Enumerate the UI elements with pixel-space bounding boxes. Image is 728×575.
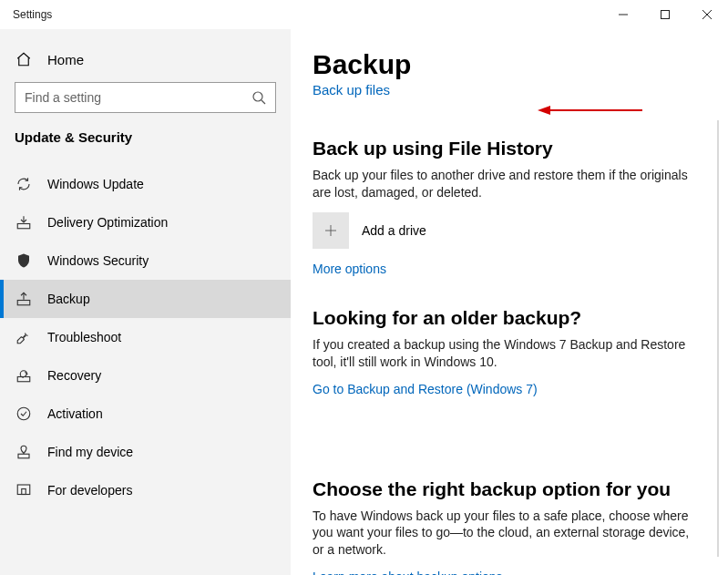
check-circle-icon — [15, 406, 33, 422]
backup-upload-icon — [15, 291, 33, 307]
svg-rect-11 — [17, 485, 30, 495]
section-title: Back up using File History — [313, 138, 706, 159]
recovery-icon — [15, 367, 33, 384]
more-options-link[interactable]: More options — [313, 262, 706, 276]
close-icon — [702, 10, 712, 19]
maximize-icon — [661, 10, 670, 19]
content-pane: Backup Back up files Back up using File … — [291, 29, 728, 575]
svg-line-5 — [261, 100, 265, 104]
sidebar-item-activation[interactable]: Activation — [0, 395, 291, 433]
sidebar-item-backup[interactable]: Backup — [0, 280, 291, 318]
svg-rect-1 — [661, 11, 670, 19]
section-choose-option: Choose the right backup option for you T… — [313, 478, 706, 575]
sidebar: Home Update & Security Windows Update De… — [0, 29, 291, 575]
sidebar-item-troubleshoot[interactable]: Troubleshoot — [0, 318, 291, 356]
sidebar-item-label: Find my device — [47, 445, 133, 459]
sync-icon — [15, 176, 33, 192]
section-file-history: Back up using File History Back up your … — [313, 138, 706, 276]
learn-more-link[interactable]: Learn more about backup options — [313, 570, 706, 575]
search-box[interactable] — [15, 82, 276, 113]
sidebar-item-for-developers[interactable]: For developers — [0, 471, 291, 509]
svg-rect-12 — [22, 489, 26, 495]
section-title: Choose the right backup option for you — [313, 478, 706, 500]
section-title: Looking for an older backup? — [313, 307, 706, 329]
developer-icon — [15, 482, 33, 498]
sidebar-item-label: Delivery Optimization — [47, 215, 168, 230]
home-label: Home — [47, 52, 84, 67]
search-icon — [251, 90, 266, 105]
backup-files-link[interactable]: Back up files — [313, 82, 706, 98]
sidebar-item-find-my-device[interactable]: Find my device — [0, 433, 291, 471]
sidebar-item-label: For developers — [47, 483, 132, 498]
section-body: If you created a backup using the Window… — [313, 336, 695, 371]
annotation-arrow-icon — [538, 104, 642, 117]
svg-rect-10 — [18, 454, 29, 458]
minimize-button[interactable] — [602, 0, 644, 29]
sidebar-item-label: Windows Update — [47, 177, 144, 191]
sidebar-item-delivery-optimization[interactable]: Delivery Optimization — [0, 203, 291, 241]
svg-point-9 — [17, 407, 30, 420]
sidebar-item-windows-update[interactable]: Windows Update — [0, 165, 291, 203]
page-title: Backup — [313, 49, 706, 80]
sidebar-item-recovery[interactable]: Recovery — [0, 356, 291, 395]
sidebar-item-label: Windows Security — [47, 253, 149, 268]
sidebar-item-label: Recovery — [47, 368, 101, 383]
location-device-icon — [15, 444, 33, 460]
section-body: Back up your files to another drive and … — [313, 167, 695, 201]
svg-rect-7 — [17, 301, 30, 305]
svg-rect-6 — [17, 224, 30, 229]
scrollbar[interactable] — [717, 120, 719, 557]
sidebar-item-label: Troubleshoot — [47, 330, 121, 344]
shield-icon — [15, 252, 33, 269]
svg-point-4 — [253, 92, 262, 101]
home-nav[interactable]: Home — [0, 42, 291, 77]
section-body: To have Windows back up your files to a … — [313, 508, 695, 560]
add-drive-button[interactable]: Add a drive — [313, 212, 706, 249]
close-button[interactable] — [686, 0, 728, 29]
window-title: Settings — [13, 8, 52, 21]
plus-icon — [313, 212, 349, 249]
minimize-icon — [619, 10, 628, 19]
download-icon — [15, 214, 33, 231]
maximize-button[interactable] — [644, 0, 686, 29]
backup-restore-win7-link[interactable]: Go to Backup and Restore (Windows 7) — [313, 382, 538, 396]
sidebar-item-windows-security[interactable]: Windows Security — [0, 241, 291, 280]
titlebar: Settings — [0, 0, 728, 29]
sidebar-item-label: Backup — [47, 292, 90, 306]
category-heading: Update & Security — [0, 129, 291, 165]
sidebar-item-label: Activation — [47, 406, 103, 421]
section-older-backup: Looking for an older backup? If you crea… — [313, 307, 706, 396]
wrench-icon — [15, 329, 33, 345]
svg-marker-16 — [538, 106, 550, 115]
search-input[interactable] — [25, 90, 251, 105]
add-drive-label: Add a drive — [362, 223, 426, 238]
home-icon — [15, 51, 33, 67]
